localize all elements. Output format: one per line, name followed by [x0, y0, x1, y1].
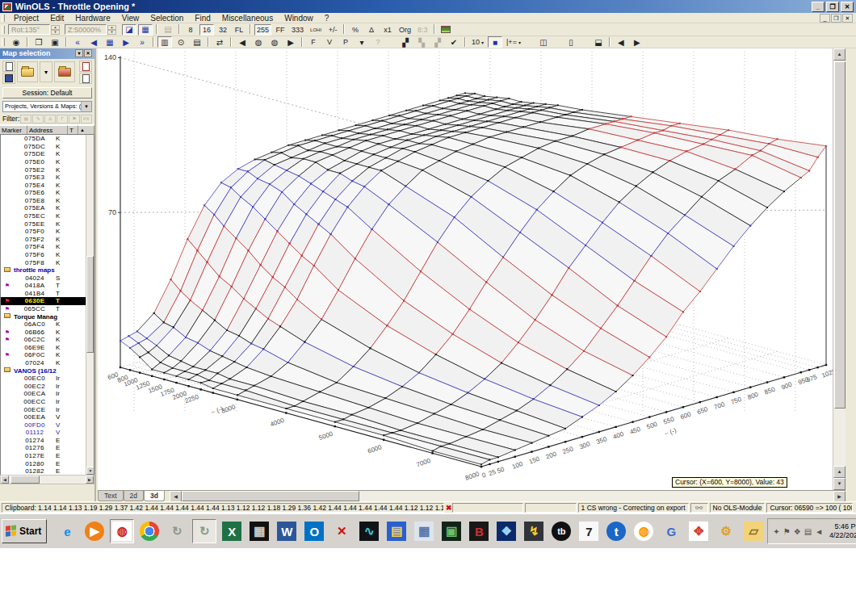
map-row[interactable]: 06E9EK	[1, 344, 94, 352]
bits-16-button[interactable]: 16	[199, 24, 214, 36]
show-f-button[interactable]: F	[306, 36, 321, 48]
apply-button[interactable]: ✔	[447, 36, 461, 48]
original-version-button[interactable]: ◍	[251, 36, 266, 48]
preview-button[interactable]: ▤	[190, 36, 204, 48]
toolbar-grip[interactable]	[2, 26, 5, 34]
map-row[interactable]: 075EEK	[1, 220, 94, 228]
ratio-button[interactable]: 8:3	[415, 24, 430, 36]
panel-pin-icon[interactable]: ▾	[75, 49, 83, 57]
map-row[interactable]: 00ECAIr	[1, 390, 94, 398]
title-bar[interactable]: WinOLS - Throttle Opening * _ ❐ ✕	[0, 0, 856, 13]
view-table-button[interactable]: ▦	[138, 24, 153, 36]
list-scroll-thumb[interactable]	[86, 256, 94, 353]
taskbar-terminal-icon[interactable]: ∿	[357, 519, 381, 543]
search-button[interactable]: ⊙	[174, 36, 188, 48]
map-row[interactable]: 075ECK	[1, 212, 94, 220]
rotation-down-icon[interactable]: ▼	[51, 30, 60, 35]
taskbar-thunderbird-icon[interactable]: t	[604, 519, 628, 543]
map-row[interactable]: 041B4T	[1, 290, 94, 298]
map-row[interactable]: ⚑06F0CK	[1, 351, 94, 359]
bits-float-button[interactable]: FL	[232, 24, 246, 36]
modified-version-button[interactable]: ◍	[267, 36, 282, 48]
map-row[interactable]: 0127EE	[1, 452, 94, 460]
menu-item-selection[interactable]: Selection	[145, 13, 189, 23]
show-v-button[interactable]: V	[322, 36, 337, 48]
tray-clock[interactable]: 5:46 PM 4/22/2021	[829, 522, 856, 540]
taskbar-b-app-icon[interactable]: B	[467, 519, 491, 543]
split-horz-button[interactable]: ⬓	[591, 36, 606, 48]
tray-network-icon[interactable]: ❖	[794, 527, 801, 536]
prev-map-button[interactable]: ◀	[86, 36, 101, 48]
taskbar-chrome-icon[interactable]	[137, 519, 162, 543]
menu-item-window[interactable]: Window	[279, 13, 319, 23]
map-folder-row[interactable]: throttle maps◄	[1, 266, 94, 274]
tray-flag-icon[interactable]: ⚑	[783, 527, 791, 536]
list-scroll-left-icon[interactable]: ◀	[1, 476, 9, 484]
tray-display-icon[interactable]: ▤	[804, 527, 812, 536]
taskbar-tb-icon[interactable]: tb	[549, 519, 573, 543]
display-sign-button[interactable]: +/-	[325, 24, 340, 36]
map-row[interactable]: 075E8K	[1, 197, 94, 205]
view-mode-dropdown[interactable]: Projects, Versions & Maps: (Ctrl ▼	[2, 101, 92, 112]
map-row[interactable]: 075EAK	[1, 204, 94, 212]
map-row[interactable]: 075F0K	[1, 228, 94, 236]
prev-version-button[interactable]: ◀	[235, 36, 250, 48]
session-button[interactable]: Session: Default	[2, 87, 92, 98]
map-row[interactable]: 00EC0Ir	[1, 375, 94, 383]
clipboard-clear-icon[interactable]: ✖	[446, 504, 452, 512]
map-row[interactable]: ⚑0418AT	[1, 282, 94, 290]
filter-delta-icon[interactable]: Δ	[44, 115, 56, 124]
taskbar-word-icon[interactable]: W	[275, 519, 299, 543]
cascade-windows-button[interactable]: ❐	[31, 36, 46, 48]
taskbar-map-app-icon[interactable]: ▣	[439, 519, 464, 543]
taskbar-g-tool-icon[interactable]: G	[659, 519, 683, 543]
sort-arrow-icon[interactable]: ▲	[78, 125, 94, 134]
chevron-down-icon[interactable]: ▼	[81, 102, 91, 111]
child-restore-button[interactable]: ❐	[831, 14, 841, 23]
column-address[interactable]: Address	[27, 125, 68, 134]
map-row[interactable]: 01274E	[1, 437, 94, 445]
map-row[interactable]: 075E0K	[1, 158, 94, 166]
taskbar-wrench-icon[interactable]: ⚙	[714, 519, 738, 543]
map-scroll-down-icon[interactable]: ▼	[833, 478, 846, 490]
zoom-stepper[interactable]: Z:50000% ▲▼	[65, 24, 116, 35]
display-dec-button[interactable]: 255	[254, 24, 271, 36]
delta-button[interactable]: Δ	[364, 24, 379, 36]
map-list[interactable]: 075DAK075DCK075DEK075E0K075E2K075E3K075E…	[0, 134, 94, 475]
map-row[interactable]: ⚑06C2CK	[1, 336, 94, 344]
width-mode-dropdown[interactable]: |+=▾	[504, 36, 523, 48]
menu-grip[interactable]	[2, 15, 5, 22]
filter-edit-icon[interactable]: ✎	[32, 115, 44, 124]
menu-item-project[interactable]: Project	[8, 13, 44, 23]
map-row[interactable]: 01282E	[1, 467, 94, 475]
start-button[interactable]: Start	[2, 519, 47, 543]
map-selection-titlebar[interactable]: Map selection ▾ ✕	[0, 48, 94, 59]
show-dropdown[interactable]: ▾	[355, 36, 369, 48]
zoom-down-icon[interactable]: ▼	[107, 30, 116, 35]
chart-1-button[interactable]: ▞	[398, 36, 413, 48]
tab-2d[interactable]: 2d	[124, 491, 144, 501]
bits-32-button[interactable]: 32	[216, 24, 230, 36]
taskbar-folder-icon[interactable]: ▱	[741, 519, 766, 543]
menu-item-miscellaneous[interactable]: Miscellaneous	[216, 13, 279, 23]
list-horizontal-scrollbar[interactable]: ◀ ▶	[0, 475, 94, 484]
taskbar-media-player-icon[interactable]: ▶	[82, 519, 107, 543]
list-hscroll-thumb[interactable]	[10, 476, 40, 484]
taskbar-x-app-icon[interactable]: ✕	[329, 519, 354, 543]
view-3d-button[interactable]: ◪	[122, 24, 136, 36]
map-scroll-up-icon[interactable]: ▲	[833, 48, 846, 61]
open-project-button[interactable]	[17, 61, 38, 82]
new-map-button[interactable]	[2, 61, 15, 72]
next-map-button[interactable]: ▶	[119, 36, 133, 48]
rotation-stepper[interactable]: Rot:135° ▲▼	[8, 24, 60, 35]
map-vertical-scrollbar[interactable]: ▲ ▲ ▼	[833, 48, 846, 490]
taskbar-ie-icon[interactable]: e	[55, 519, 79, 543]
map-row[interactable]: 01276E	[1, 444, 94, 452]
map-row[interactable]: 075DCK	[1, 143, 94, 151]
close-button[interactable]: ✕	[841, 2, 854, 12]
original-button[interactable]: Org	[397, 24, 413, 36]
chart-2-button[interactable]: ▚	[414, 36, 429, 48]
column-marker[interactable]: Marker	[0, 125, 27, 134]
export-map-button[interactable]	[79, 61, 92, 72]
map-row[interactable]: 075F4K	[1, 243, 94, 251]
